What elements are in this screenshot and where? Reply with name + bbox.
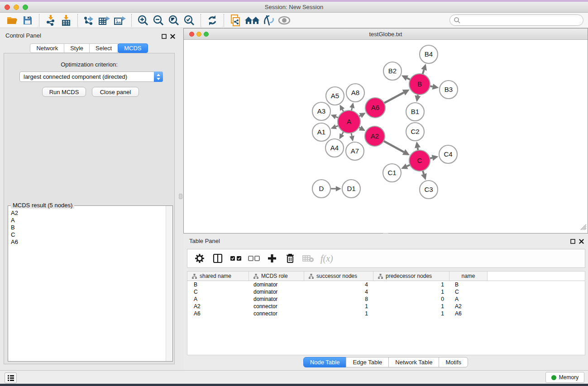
open-session-icon[interactable] [5,14,20,27]
tab-select[interactable]: Select [89,43,118,53]
table-cell[interactable]: A6 [449,310,488,317]
export-table-icon[interactable] [97,14,112,27]
tab-network[interactable]: Network [30,43,64,53]
result-item[interactable]: C [9,231,165,238]
column-layout-icon[interactable] [212,253,224,264]
table-cell[interactable]: C [449,288,488,295]
table-cell[interactable]: connector [249,303,304,310]
network-window-titlebar[interactable]: testGlobe.txt [184,29,588,40]
table-cell[interactable]: B [187,281,249,288]
graph-node-D1[interactable]: D1 [342,180,360,198]
table-cell[interactable]: A [449,295,488,303]
table-cell[interactable]: dominator [249,295,304,303]
table-cell[interactable]: B [449,281,488,288]
table-cell[interactable]: 4 [304,281,373,288]
table-header-row[interactable]: shared nameMCDS rolesuccessor nodesprede… [187,272,585,281]
column-header-predecessor-nodes[interactable]: predecessor nodes [373,272,449,281]
graph-node-A1[interactable]: A1 [312,123,330,141]
table-row[interactable]: Bdominator41B [187,281,585,288]
graph-edge-A2-C[interactable] [383,141,404,152]
table-cell[interactable]: C [187,288,249,295]
graph-edge-A6-B[interactable] [384,93,404,104]
table-row[interactable]: A6connector11A6 [187,310,585,317]
network-canvas[interactable]: AA1A2A3A4A5A6A7A8BB1B2B3B4CC1C2C3C4DD1 [184,40,588,233]
graph-node-B[interactable]: B [409,74,430,95]
search-box[interactable] [449,14,583,26]
tab-edge-table[interactable]: Edge Table [346,357,389,367]
table-cell[interactable]: connector [249,310,304,317]
graph-node-D[interactable]: D [312,180,330,198]
result-item[interactable]: A [9,217,165,224]
float-table-panel-icon[interactable] [570,238,576,243]
table-cell[interactable]: A2 [187,303,249,310]
graph-node-C4[interactable]: C4 [439,145,457,163]
deselect-all-columns-icon[interactable] [248,253,260,264]
table-row[interactable]: Adominator80A [187,295,585,303]
graph-node-A4[interactable]: A4 [325,139,344,157]
zoom-out-icon[interactable] [151,14,166,27]
table-cell[interactable]: 1 [373,288,449,295]
float-panel-icon[interactable] [162,33,167,38]
refresh-icon[interactable] [205,14,220,27]
result-scrollbar[interactable] [166,206,172,361]
search-input[interactable] [463,17,583,24]
table-cell[interactable]: 1 [304,310,373,317]
graph-node-B4[interactable]: B4 [420,45,438,63]
column-header-name[interactable]: name [449,272,488,281]
select-all-columns-icon[interactable] [230,253,242,264]
hide-panels-eye-icon[interactable] [277,14,292,27]
table-cell[interactable]: 0 [373,295,449,303]
graph-node-A3[interactable]: A3 [312,102,330,120]
close-panel-icon[interactable] [170,33,176,38]
save-session-icon[interactable] [20,14,35,27]
table-cell[interactable]: 1 [373,281,449,288]
tab-style[interactable]: Style [64,43,90,53]
vertical-splitter-handle[interactable] [179,194,182,199]
column-header-successor-nodes[interactable]: successor nodes [304,272,373,281]
graph-node-A6[interactable]: A6 [365,98,385,118]
resize-grip-icon[interactable] [580,224,587,232]
table-cell[interactable]: A [187,295,249,303]
graph-node-A[interactable]: A [338,110,360,133]
close-panel-button[interactable]: Close panel [92,87,139,97]
import-network-icon[interactable] [43,14,58,27]
run-mcds-button[interactable]: Run MCDS [42,87,86,97]
memory-button[interactable]: Memory [545,372,584,383]
graph-node-B3[interactable]: B3 [440,81,458,99]
graph-node-A5[interactable]: A5 [326,87,344,105]
add-column-icon[interactable] [266,253,278,264]
table-cell[interactable]: 8 [304,295,373,303]
annotations-icon[interactable] [261,14,277,27]
close-table-panel-icon[interactable] [579,238,584,243]
table-cell[interactable]: 4 [304,288,373,295]
criterion-dropdown[interactable]: largest connected component (directed) [19,71,163,82]
table-cell[interactable]: 1 [373,303,449,310]
column-header-shared-name[interactable]: shared name [187,272,249,281]
graph-node-A8[interactable]: A8 [346,84,364,102]
network-list-button[interactable] [5,372,17,383]
copy-style-icon[interactable] [228,14,243,27]
graph-node-C[interactable]: C [409,150,430,171]
result-item[interactable]: B [9,224,165,231]
node-table[interactable]: shared nameMCDS rolesuccessor nodesprede… [187,271,585,355]
delete-column-icon[interactable] [284,253,296,264]
tab-node-table[interactable]: Node Table [303,357,347,367]
graph-node-C2[interactable]: C2 [406,123,424,141]
table-cell[interactable]: 1 [373,310,449,317]
graph-node-C1[interactable]: C1 [383,164,401,182]
graph-node-A2[interactable]: A2 [365,126,385,146]
result-item[interactable]: A6 [9,238,165,246]
table-row[interactable]: Cdominator41C [187,288,585,295]
table-cell[interactable]: A6 [187,310,249,317]
zoom-in-icon[interactable] [135,14,151,27]
column-header-mcds-role[interactable]: MCDS role [249,272,304,281]
table-settings-gear-icon[interactable] [194,253,206,264]
import-table-icon[interactable] [58,14,74,27]
export-image-icon[interactable] [112,14,128,27]
tab-mcds[interactable]: MCDS [118,43,148,53]
tab-motifs[interactable]: Motifs [439,357,468,367]
result-item[interactable]: A2 [9,210,165,217]
graph-node-C3[interactable]: C3 [420,181,438,199]
table-cell[interactable]: dominator [249,281,304,288]
graph-node-B2[interactable]: B2 [383,62,402,80]
